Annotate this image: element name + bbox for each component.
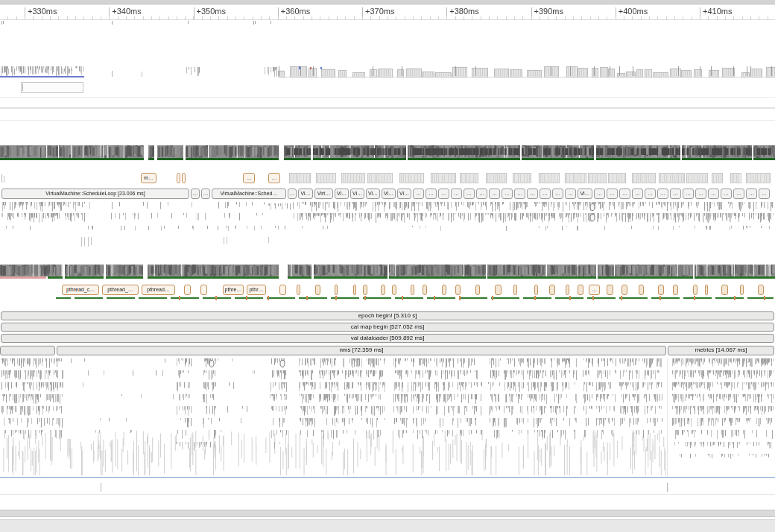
vm-schedule-slice[interactable]: … [607,189,618,199]
vm-schedule-slice[interactable]: … [746,189,757,199]
toolbar-edge [0,0,775,4]
horizontal-scrollbar[interactable] [0,510,775,517]
vm-schedule-slice[interactable]: … [438,189,449,199]
thread-event-box[interactable] [363,285,367,295]
nvtx-range-val-dataloader[interactable]: val dataloader [509.892 ms] [1,334,774,343]
thread-event-box[interactable] [607,285,613,295]
vm-schedule-slice[interactable]: … [201,189,210,199]
nvtx-range-nms[interactable]: nms [72.359 ms] [57,346,666,355]
thread-event-box[interactable] [549,285,555,295]
vm-schedule-slice[interactable]: … [502,189,513,199]
vm-schedule-slice[interactable]: … [514,189,525,199]
vm-schedule-slice[interactable]: Vi… [397,189,411,199]
nvtx-range-partial[interactable] [0,346,55,355]
vm-schedule-slice[interactable]: … [540,189,551,199]
vm-schedule-slice[interactable]: Vi… [366,189,380,199]
worker-slice[interactable] [182,173,186,183]
worker-slice[interactable]: … [268,173,280,183]
vm-schedule-slice[interactable]: Vi… [578,189,592,199]
vm-schedule-slice[interactable]: Vi… [298,189,313,199]
vm-schedule-slice[interactable]: … [708,189,719,199]
vm-schedule-slice[interactable]: Vi… [350,189,364,199]
bottom-panel [0,519,775,532]
ruler-label: +390ms [534,7,563,16]
pthread-slice[interactable]: pthre… [223,285,244,295]
vm-schedule-slice[interactable]: … [721,189,732,199]
vm-schedule-slice[interactable]: … [489,189,500,199]
vm-schedule-slice[interactable]: … [552,189,563,199]
thread-event-box[interactable] [621,285,627,295]
vm-schedule-slice[interactable]: … [288,189,297,199]
vm-schedule-slice[interactable]: Virt… [314,189,333,199]
vm-schedule-slice[interactable]: … [451,189,462,199]
thread-event-box[interactable] [335,285,338,295]
vm-schedule-slice[interactable]: … [670,189,681,199]
vm-schedule-slice[interactable]: … [657,189,668,199]
vm-schedule-slice[interactable]: … [426,189,437,199]
vm-schedule-slice[interactable]: Vi… [335,189,349,199]
vm-schedule-slice[interactable]: Vi… [382,189,396,199]
thread-event-box[interactable] [442,285,446,295]
vm-schedule-slice[interactable]: … [632,189,643,199]
vm-schedule-slice[interactable]: … [683,189,694,199]
pthread-slice[interactable]: pthread_… [102,285,139,295]
pthread-slice[interactable]: pthread… [142,285,175,295]
thread-event-box[interactable] [475,285,480,295]
thread-event-box[interactable] [566,285,569,295]
thread-event-box[interactable] [534,285,538,295]
worker-slice[interactable]: … [243,173,255,183]
ruler-label: +350ms [197,7,226,16]
vm-schedule-slice[interactable]: … [565,189,576,199]
vm-schedule-slice[interactable]: VirtualMachine::ScheduleLoop [23.006 ms] [1,189,189,199]
vm-schedule-slice[interactable]: … [619,189,630,199]
pthread-slice[interactable]: … [589,285,600,295]
vm-schedule-slice[interactable]: … [733,189,744,199]
thread-event-box[interactable] [758,285,764,295]
worker-slice[interactable] [177,173,180,183]
pthread-slice[interactable]: pthr… [247,285,266,295]
pthread-slice[interactable] [279,285,286,295]
vm-schedule-slice[interactable]: … [191,189,200,199]
ruler-label: +380ms [449,7,478,16]
thread-event-box[interactable] [315,285,320,295]
thread-event-box[interactable] [392,285,396,295]
thread-event-box[interactable] [658,285,664,295]
vm-schedule-slice[interactable]: VirtualMachine::Sched… [212,189,286,199]
thread-event-box[interactable] [578,285,583,295]
vm-schedule-slice[interactable]: … [527,189,538,199]
thread-event-box[interactable] [495,285,502,295]
ruler-label: +330ms [28,7,57,16]
vm-schedule-slice[interactable]: … [645,189,656,199]
timeline-ruler[interactable]: +330ms+340ms+350ms+360ms+370ms+380ms+390… [0,4,775,20]
nvtx-range-epoch[interactable]: epoch begin! [5.310 s] [1,311,774,320]
vm-schedule-slice[interactable]: … [413,189,424,199]
nvtx-range-cal-map[interactable]: cal map begin [527.052 ms] [1,323,774,332]
worker-slice[interactable]: m… [141,173,156,183]
thread-event-box[interactable] [693,285,698,295]
vm-schedule-slice[interactable]: … [476,189,487,199]
pthread-slice[interactable] [184,285,191,295]
thread-event-box[interactable] [740,285,744,295]
ruler-label: +400ms [619,7,648,16]
thread-event-box[interactable] [721,285,728,295]
thread-event-box[interactable] [297,285,300,295]
ruler-label: +360ms [281,7,310,16]
pthread-slice[interactable] [200,285,207,295]
thread-event-box[interactable] [455,285,461,295]
thread-event-box[interactable] [705,285,708,295]
thread-event-box[interactable] [673,285,678,295]
thread-event-box[interactable] [639,285,644,295]
profiler-timeline: +330ms+340ms+350ms+360ms+370ms+380ms+390… [0,0,775,532]
vm-schedule-slice[interactable]: … [594,189,605,199]
ruler-label: +340ms [112,7,141,16]
vm-schedule-slice[interactable]: … [759,189,770,199]
thread-event-box[interactable] [353,285,356,295]
nvtx-range-metrics[interactable]: metrics [14.067 ms] [668,346,774,355]
thread-event-box[interactable] [381,285,385,295]
thread-event-box[interactable] [513,285,517,295]
thread-event-box[interactable] [411,285,414,295]
vm-schedule-slice[interactable]: … [695,189,706,199]
thread-event-box[interactable] [423,285,427,295]
pthread-slice[interactable]: pthread_c… [62,285,99,295]
vm-schedule-slice[interactable]: … [464,189,475,199]
